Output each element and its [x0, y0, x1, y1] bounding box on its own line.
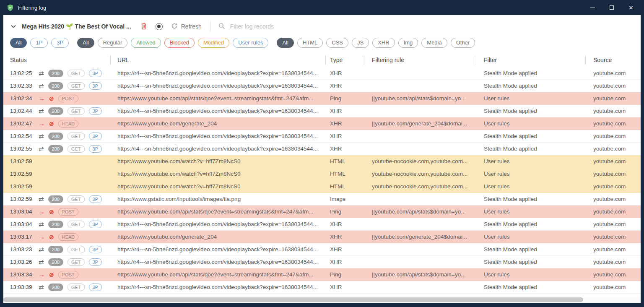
maximize-icon [610, 5, 614, 10]
minimize-icon [590, 8, 595, 8]
table-row[interactable]: 13:02:55⇄200GET3Phttps://r4---sn-5hne6nz… [3, 143, 641, 155]
row-time: 13:02:55 [10, 146, 34, 152]
row-type: XHR [326, 133, 364, 139]
column-header-status[interactable]: Status [3, 55, 111, 65]
method-badge: GET [68, 258, 85, 266]
table-row[interactable]: 13:02:34→⊘POSThttps://www.youtube.com/ap… [3, 92, 641, 105]
column-header-filter[interactable]: Filter [476, 55, 586, 65]
table-row[interactable]: 13:02:33⇄200GET3Phttps://r4---sn-5hne6nz… [3, 80, 641, 92]
filter-pill-type-js[interactable]: JS [352, 38, 369, 48]
table-row[interactable]: 13:02:59https://www.youtube.com/watch?v=… [3, 168, 641, 180]
column-header-filtering-rule[interactable]: Filtering rule [364, 55, 476, 65]
row-source: youtube.com [586, 271, 641, 278]
filter-pill-party-all[interactable]: All [10, 38, 27, 48]
toolbar: Mega Hits 2020 🌱 The Best Of Vocal ... R… [3, 15, 641, 38]
table-row[interactable]: 13:03:26⇄200GET3Phttps://r4---sn-5hne6nz… [3, 256, 641, 268]
row-type: Image [326, 196, 364, 202]
exchange-icon: ⇄ [39, 70, 44, 76]
party-badge: 3P [89, 107, 102, 115]
table-row[interactable]: 13:03:04⇄200GET3Phttps://r4---sn-5hne6nz… [3, 218, 641, 231]
exchange-icon: ⇄ [39, 146, 44, 152]
table-row[interactable]: 13:03:34→⊘POSThttps://www.youtube.com/ap… [3, 268, 641, 281]
filter-pill-status-regular[interactable]: Regular [98, 38, 128, 48]
table-row[interactable]: 13:02:59⇄200GET3Phttps://www.gstatic.com… [3, 193, 641, 206]
table-row[interactable]: 13:02:44⇄200GET3Phttps://r4---sn-5hne6nz… [3, 105, 641, 117]
status-code-badge: 200 [48, 145, 63, 153]
filter-pill-type-media[interactable]: Media [421, 38, 447, 48]
search-input[interactable] [230, 23, 364, 30]
status-code-badge: 200 [48, 133, 63, 140]
blocked-icon: ⊘ [49, 234, 54, 240]
filter-pill-status-all[interactable]: All [77, 38, 94, 48]
row-type: XHR [326, 284, 364, 290]
row-source: youtube.com [586, 95, 641, 101]
row-time: 13:03:17 [10, 234, 34, 240]
table-row[interactable]: 13:02:25⇄200GET3Phttps://r4---sn-5hne6nz… [3, 67, 641, 80]
filter-pill-status-user-rules[interactable]: User rules [233, 38, 268, 48]
row-time: 13:02:44 [10, 108, 34, 114]
row-status-cell: 13:02:59 [3, 171, 111, 177]
clear-log-button[interactable] [140, 22, 147, 31]
table-row[interactable]: 13:02:59https://www.youtube.com/watch?v=… [3, 155, 641, 168]
row-url: https://r4---sn-5hne6nzd.googlevideo.com… [111, 133, 326, 139]
status-code-badge: 200 [48, 221, 63, 228]
table-row[interactable]: 13:02:59https://www.youtube.com/watch?v=… [3, 180, 641, 193]
refresh-button[interactable]: Refresh [171, 23, 202, 31]
table-row[interactable]: 13:03:04→⊘POSThttps://www.youtube.com/ap… [3, 206, 641, 218]
party-badge: 3P [89, 70, 102, 77]
row-status-cell: 13:02:55⇄200GET3P [3, 145, 111, 153]
filter-pill-party-3p[interactable]: 3P [51, 38, 69, 48]
table-row[interactable]: 13:03:17→⊘HEADhttps://www.youtube.com/ge… [3, 231, 641, 243]
exchange-icon: ⇄ [39, 246, 44, 252]
filter-pill-status-blocked[interactable]: Blocked [164, 38, 195, 48]
row-filtering-rule: youtube-nocookie.com,youtube.com... [364, 158, 476, 164]
blocked-icon: ⊘ [49, 209, 54, 215]
row-source: youtube.com [586, 171, 641, 177]
row-source: youtube.com [586, 70, 641, 76]
filter-pill-type-html[interactable]: HTML [297, 38, 323, 48]
filter-pill-party-1p[interactable]: 1P [30, 38, 48, 48]
row-type: XHR [326, 234, 364, 240]
column-header-type[interactable]: Type [326, 55, 364, 65]
row-filtering-rule: ||youtube.com/api/stats$domain=yo... [364, 271, 476, 278]
chevron-down-icon[interactable] [11, 25, 16, 28]
method-badge: GET [68, 107, 85, 115]
horizontal-scrollbar-thumb[interactable] [3, 297, 583, 302]
row-status-cell: 13:03:26⇄200GET3P [3, 258, 111, 266]
filter-pill-type-css[interactable]: CSS [326, 38, 348, 48]
row-source: youtube.com [586, 133, 641, 139]
filter-pill-status-allowed[interactable]: Allowed [131, 38, 161, 48]
search-area [218, 22, 633, 31]
maximize-button[interactable] [602, 0, 621, 15]
table-row[interactable]: 13:03:23⇄200GET3Phttps://r4---sn-5hne6nz… [3, 243, 641, 256]
window-controls: ✕ [583, 0, 641, 15]
row-filter: User rules [476, 208, 586, 215]
record-button[interactable] [156, 23, 163, 30]
table-row[interactable]: 13:03:39⇄200GET3Phttps://r4---sn-5hne6nz… [3, 281, 641, 294]
filter-pill-status-modified[interactable]: Modified [198, 38, 229, 48]
row-filter: Stealth Mode applied [476, 259, 586, 265]
column-header-url[interactable]: URL [111, 55, 326, 65]
row-filter: User rules [476, 234, 586, 240]
table-header: Status URL Type Filtering rule Filter So… [3, 53, 641, 67]
row-status-cell: 13:02:59 [3, 183, 111, 190]
filter-pill-type-other[interactable]: Other [451, 38, 475, 48]
tab-selector[interactable]: Mega Hits 2020 🌱 The Best Of Vocal ... [22, 23, 131, 30]
filter-pill-type-img[interactable]: Img [398, 38, 418, 48]
minimize-button[interactable] [583, 0, 602, 15]
row-time: 13:03:34 [10, 271, 34, 278]
table-row[interactable]: 13:02:54⇄200GET3Phttps://r4---sn-5hne6nz… [3, 130, 641, 143]
row-status-cell: 13:03:39⇄200GET3P [3, 284, 111, 291]
close-button[interactable]: ✕ [621, 0, 641, 15]
row-filtering-rule: ||youtube.com/api/stats$domain=yo... [364, 95, 476, 101]
refresh-icon [171, 23, 178, 31]
blocked-icon: ⊘ [49, 121, 54, 127]
horizontal-scrollbar [3, 297, 641, 303]
filter-pill-type-xhr[interactable]: XHR [372, 38, 395, 48]
row-status-cell: 13:03:34→⊘POST [3, 271, 111, 278]
filter-pill-type-all[interactable]: All [277, 38, 293, 48]
table-row[interactable]: 13:02:47→⊘HEADhttps://www.youtube.com/ge… [3, 117, 641, 130]
column-header-source[interactable]: Source [586, 55, 641, 65]
blocked-arrow-icon: → [39, 234, 45, 240]
row-status-cell: 13:03:17→⊘HEAD [3, 233, 111, 241]
